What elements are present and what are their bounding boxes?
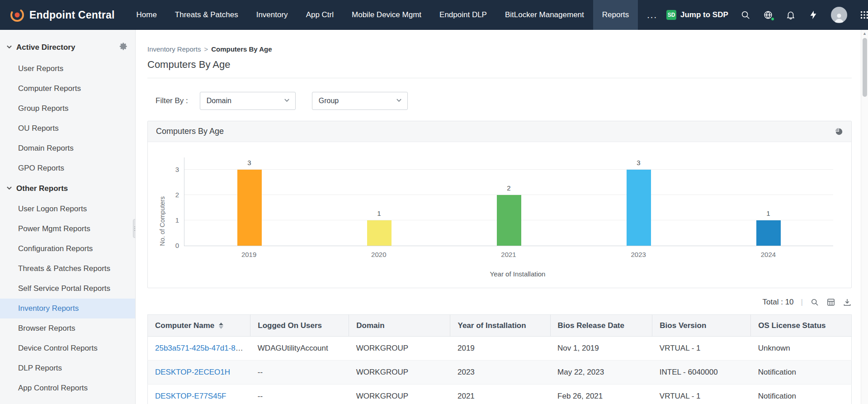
sidebar-item-threats-patches-reports[interactable]: Threats & Patches Reports: [0, 259, 135, 279]
group-filter-dropdown[interactable]: Group: [312, 92, 408, 110]
endpoint-central-logo-icon: [10, 8, 24, 22]
title-divider: [147, 78, 852, 78]
table-header: Computer NameLogged On UsersDomainYear o…: [148, 315, 852, 337]
table-row: DESKTOP-2ECEO1H--WORKGROUP2023May 22, 20…: [148, 361, 852, 385]
topnav-item-reports[interactable]: Reports: [593, 0, 638, 30]
sidebar-item-user-logon-reports[interactable]: User Logon Reports: [0, 199, 135, 219]
table-row: 25b3a571-425b-47d1-86...WDAGUtilityAccou…: [148, 337, 852, 361]
computer-name-link[interactable]: DESKTOP-2ECEO1H: [155, 368, 230, 376]
search-icon[interactable]: [741, 10, 751, 20]
bar-2020[interactable]: 1: [367, 220, 392, 246]
bar-2019[interactable]: 3: [237, 170, 262, 246]
export-icon[interactable]: [843, 298, 852, 307]
bar-2021[interactable]: 2: [497, 195, 521, 246]
topnav-item-threats-patches[interactable]: Threats & Patches: [166, 0, 247, 30]
sort-icons[interactable]: [219, 323, 223, 329]
sidebar-item-gpo-reports[interactable]: GPO Reports: [0, 158, 135, 178]
bar-slot-2021: 2: [444, 157, 574, 246]
breadcrumb-parent-link[interactable]: Inventory Reports: [147, 45, 201, 53]
sidebar-section-other-reports[interactable]: Other Reports: [0, 178, 135, 199]
main-content: Inventory Reports > Computers By Age Com…: [136, 30, 861, 404]
topnav-right: SD Jump to SDP: [666, 0, 868, 30]
scrollbar-thumb[interactable]: [863, 38, 867, 97]
table-cell: Notification: [751, 385, 852, 404]
table-search-icon[interactable]: [810, 298, 819, 307]
topnav-item-home[interactable]: Home: [127, 0, 165, 30]
column-header-bios-release-date[interactable]: Bios Release Date: [550, 315, 652, 337]
sidebar-item-dlp-reports[interactable]: DLP Reports: [0, 358, 135, 378]
bar-2024[interactable]: 1: [756, 220, 781, 246]
jump-to-sdp-button[interactable]: SD Jump to SDP: [666, 10, 728, 20]
y-axis-label: No. of Computers: [159, 196, 166, 246]
y-tick-label: 2: [175, 191, 179, 198]
column-header-logged-on-users[interactable]: Logged On Users: [250, 315, 349, 337]
topnav-item-app-ctrl[interactable]: App Ctrl: [297, 0, 343, 30]
table-cell: WORKGROUP: [349, 361, 450, 385]
domain-filter-dropdown[interactable]: Domain: [200, 92, 296, 110]
column-header-os-license-status[interactable]: OS License Status: [751, 315, 852, 337]
computer-name-link[interactable]: 25b3a571-425b-47d1-86...: [155, 344, 246, 352]
x-tick-2023: 2023: [574, 251, 703, 258]
sidebar-item-self-service-portal-reports[interactable]: Self Service Portal Reports: [0, 279, 135, 299]
scrollbar-up-arrow[interactable]: ▲: [861, 30, 868, 37]
topnav-item-bitlocker-management[interactable]: BitLocker Management: [496, 0, 593, 30]
sidebar-item-app-control-reports[interactable]: App Control Reports: [0, 378, 135, 398]
topnav-item-mobile-device-mgmt[interactable]: Mobile Device Mgmt: [343, 0, 430, 30]
globe-icon[interactable]: [763, 10, 774, 20]
chevron-down-icon: [6, 184, 12, 193]
sidebar: Active DirectoryUser ReportsComputer Rep…: [0, 30, 136, 404]
table-cell: Notification: [751, 361, 852, 385]
column-chooser-icon[interactable]: [826, 298, 835, 307]
table-cell: WDAGUtilityAccount: [250, 337, 349, 361]
column-header-bios-version[interactable]: Bios Version: [652, 315, 751, 337]
page-title: Computers By Age: [147, 59, 852, 71]
apps-grid-icon[interactable]: [859, 10, 868, 20]
computer-name-cell: DESKTOP-E77S45F: [148, 385, 250, 404]
sidebar-item-browser-reports[interactable]: Browser Reports: [0, 318, 135, 338]
sidebar-item-computer-reports[interactable]: Computer Reports: [0, 79, 135, 99]
brand[interactable]: Endpoint Central: [0, 0, 127, 30]
column-header-domain[interactable]: Domain: [349, 315, 450, 337]
chart-type-pie-icon[interactable]: [835, 128, 843, 136]
table-cell: May 22, 2023: [550, 361, 652, 385]
flash-icon[interactable]: [808, 10, 819, 20]
sidebar-item-group-reports[interactable]: Group Reports: [0, 99, 135, 119]
sidebar-item-ou-reports[interactable]: OU Reports: [0, 119, 135, 138]
toolbar-separator: |: [801, 298, 803, 307]
table-cell: 2023: [450, 361, 550, 385]
bell-icon[interactable]: [786, 10, 796, 20]
bars-row: 31231: [184, 157, 833, 246]
bar-2023[interactable]: 3: [627, 170, 651, 246]
column-header-computer-name[interactable]: Computer Name: [148, 315, 250, 337]
topnav-more-button[interactable]: ...: [638, 0, 666, 30]
computer-name-link[interactable]: DESKTOP-E77S45F: [155, 392, 226, 400]
bar-chart: No. of Computers 31231 0123 201920202021…: [148, 142, 851, 288]
vertical-scrollbar[interactable]: ▲: [861, 30, 868, 404]
sidebar-item-user-reports[interactable]: User Reports: [0, 59, 135, 79]
bar-slot-2019: 3: [184, 157, 314, 246]
computer-name-cell: DESKTOP-2ECEO1H: [148, 361, 250, 385]
bar-slot-2023: 3: [574, 157, 703, 246]
y-tick-label: 0: [175, 242, 179, 249]
sidebar-item-domain-reports[interactable]: Domain Reports: [0, 138, 135, 158]
topnav-items: HomeThreats & PatchesInventoryApp CtrlMo…: [127, 0, 638, 30]
bar-slot-2020: 1: [314, 157, 444, 246]
breadcrumb: Inventory Reports > Computers By Age: [147, 45, 852, 53]
avatar[interactable]: [831, 7, 847, 23]
sidebar-item-inventory-reports[interactable]: Inventory Reports: [0, 299, 135, 318]
table-cell: INTEL - 6040000: [652, 361, 751, 385]
brand-name: Endpoint Central: [29, 9, 114, 21]
table-cell: --: [250, 385, 349, 404]
topnav-item-endpoint-dlp[interactable]: Endpoint DLP: [430, 0, 496, 30]
sidebar-section-active-directory[interactable]: Active Directory: [0, 36, 135, 59]
table-row: DESKTOP-E77S45F--WORKGROUP2021Feb 26, 20…: [148, 385, 852, 404]
gear-icon[interactable]: [119, 42, 128, 53]
sidebar-item-device-control-reports[interactable]: Device Control Reports: [0, 338, 135, 358]
sdp-icon: SD: [666, 10, 676, 20]
sidebar-section-title: Other Reports: [16, 184, 68, 193]
sidebar-item-power-mgmt-reports[interactable]: Power Mgmt Reports: [0, 219, 135, 239]
sidebar-item-configuration-reports[interactable]: Configuration Reports: [0, 239, 135, 259]
topnav-item-inventory[interactable]: Inventory: [247, 0, 297, 30]
chevron-down-icon: [6, 43, 12, 52]
column-header-year-of-installation[interactable]: Year of Installation: [450, 315, 550, 337]
